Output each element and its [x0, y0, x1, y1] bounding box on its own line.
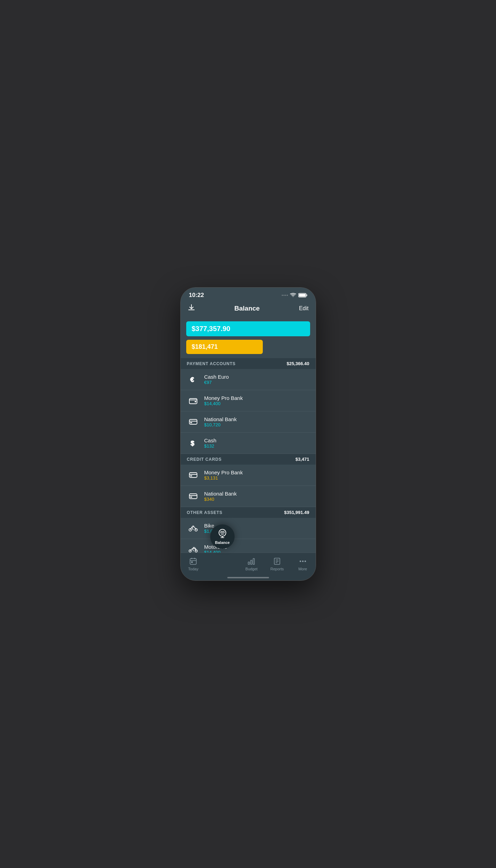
credit-cards-list: Money Pro Bank $3,131 National Bank $340	[181, 465, 316, 507]
tab-budget-label: Budget	[245, 567, 258, 571]
account-balance: $14,400	[204, 401, 243, 406]
account-name: Cash	[204, 437, 216, 443]
account-name: National Bank	[204, 491, 237, 497]
card-icon	[187, 416, 199, 428]
list-item[interactable]: Money Pro Bank $3,131	[181, 465, 316, 486]
section-header-assets: OTHER ASSETS $351,991.49	[181, 507, 316, 518]
list-item[interactable]: $ Cash $132	[181, 433, 316, 454]
svg-rect-16	[190, 497, 192, 498]
tab-reports-label: Reports	[270, 567, 284, 571]
svg-rect-24	[190, 558, 196, 564]
svg-point-32	[302, 561, 303, 562]
phone-frame: 10:22	[180, 287, 316, 581]
list-item[interactable]: Money Pro Bank $14,400	[181, 390, 316, 411]
section-header-credit: CREDIT CARDS $3,471	[181, 454, 316, 465]
wifi-icon	[290, 293, 296, 298]
page-title: Balance	[234, 305, 260, 312]
reports-icon	[273, 557, 281, 565]
section-total-credit: $3,471	[296, 457, 309, 462]
svg-rect-6	[299, 294, 306, 297]
svg-rect-13	[189, 473, 197, 477]
other-assets-list: Bike $1,000 Motorbike	[181, 518, 316, 557]
account-name: Money Pro Bank	[204, 469, 243, 475]
status-bar: 10:22	[181, 288, 316, 301]
card-icon	[187, 469, 199, 481]
content-scroll[interactable]: PAYMENT ACCOUNTS $25,366.40 € Cash Euro …	[181, 358, 316, 557]
tab-bar: Today Balance B	[181, 553, 316, 580]
svg-rect-15	[189, 494, 197, 499]
edit-button[interactable]: Edit	[299, 305, 309, 312]
more-icon	[299, 557, 307, 565]
tab-today-label: Today	[188, 567, 198, 571]
svg-point-1	[283, 295, 284, 296]
tab-today[interactable]: Today	[183, 556, 204, 572]
balance-icon	[217, 529, 228, 539]
list-item[interactable]: € Cash Euro €97	[181, 369, 316, 390]
tab-balance[interactable]: Balance	[210, 524, 235, 549]
tab-more-label: More	[298, 567, 307, 571]
section-title-assets: OTHER ASSETS	[187, 510, 223, 515]
svg-point-33	[305, 561, 306, 562]
signal-icon	[282, 293, 288, 297]
section-total-assets: $351,991.49	[284, 510, 309, 515]
account-name: National Bank	[204, 416, 237, 422]
list-item[interactable]: Bike $1,000	[181, 518, 316, 539]
total-balance-bar[interactable]: $377,357.90	[186, 321, 310, 336]
svg-rect-10	[189, 419, 197, 424]
svg-rect-11	[190, 422, 192, 423]
svg-point-0	[282, 295, 283, 296]
account-name: Cash Euro	[204, 374, 229, 380]
account-balance: $132	[204, 443, 216, 449]
home-indicator	[227, 577, 269, 578]
tab-balance-label: Balance	[215, 540, 230, 545]
account-balance: €97	[204, 380, 229, 385]
euro-icon: €	[187, 373, 199, 386]
svg-text:€: €	[190, 376, 194, 383]
section-total-payment: $25,366.40	[286, 361, 309, 366]
status-icons	[282, 293, 307, 298]
tab-more[interactable]: More	[292, 556, 313, 572]
svg-point-3	[287, 295, 288, 296]
payment-accounts-list: € Cash Euro €97 Money Pro Bank	[181, 369, 316, 454]
svg-rect-29	[253, 558, 254, 564]
bike-icon	[187, 522, 199, 535]
svg-rect-9	[195, 401, 196, 402]
svg-point-2	[285, 295, 286, 296]
header: Balance Edit	[181, 301, 316, 317]
today-icon	[189, 557, 197, 565]
balance-bars: $377,357.90 $181,471	[181, 317, 316, 358]
section-header-payment: PAYMENT ACCOUNTS $25,366.40	[181, 358, 316, 369]
section-title-credit: CREDIT CARDS	[187, 457, 222, 462]
svg-rect-14	[190, 475, 192, 476]
status-time: 10:22	[189, 292, 204, 299]
dollar-icon: $	[187, 437, 199, 449]
account-balance: $340	[204, 497, 237, 502]
list-item[interactable]: National Bank $10,720	[181, 411, 316, 433]
battery-icon	[298, 293, 307, 298]
account-balance: $3,131	[204, 475, 243, 481]
section-title-payment: PAYMENT ACCOUNTS	[187, 361, 236, 366]
tab-reports[interactable]: Reports	[267, 556, 288, 572]
account-balance: $10,720	[204, 422, 237, 427]
svg-rect-25	[191, 562, 192, 563]
list-item[interactable]: National Bank $340	[181, 486, 316, 507]
svg-rect-28	[251, 560, 252, 564]
svg-point-31	[300, 561, 301, 562]
svg-rect-27	[248, 562, 250, 564]
svg-rect-5	[306, 295, 307, 296]
account-name: Money Pro Bank	[204, 395, 243, 401]
sub-balance-bar[interactable]: $181,471	[186, 340, 263, 354]
tab-budget[interactable]: Budget	[241, 556, 262, 572]
download-button[interactable]	[188, 304, 195, 313]
budget-icon	[247, 557, 255, 565]
svg-text:$: $	[191, 440, 194, 447]
card-icon	[187, 490, 199, 503]
wallet-icon	[187, 394, 199, 407]
